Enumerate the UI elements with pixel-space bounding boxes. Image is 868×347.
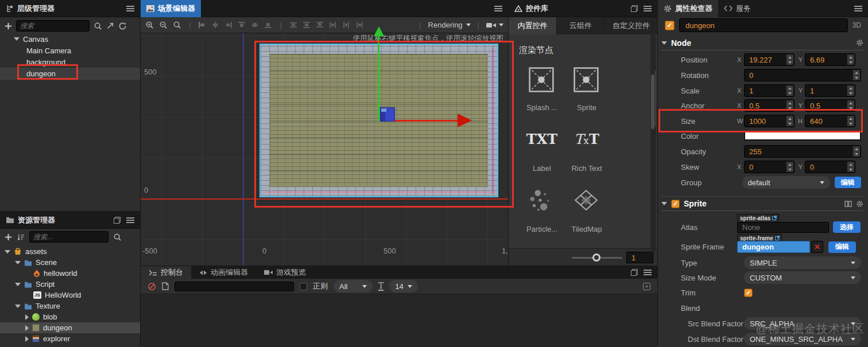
distribute-top-icon[interactable] xyxy=(289,21,297,29)
anchor-x-field[interactable]: 0.5 xyxy=(744,99,795,112)
group-dropdown[interactable]: default xyxy=(742,176,830,189)
align-middle-icon[interactable] xyxy=(251,21,259,29)
scale-x-field[interactable]: 1 xyxy=(744,84,795,97)
hierarchy-search-input[interactable] xyxy=(16,20,90,32)
sizemode-dropdown[interactable]: CUSTOM xyxy=(744,271,861,284)
hierarchy-search-icon[interactable] xyxy=(94,22,102,30)
dst-blend-dropdown[interactable]: ONE_MINUS_SRC_ALPHA xyxy=(744,333,861,345)
refresh-icon[interactable] xyxy=(118,22,127,30)
section-collapse-icon[interactable] xyxy=(661,202,667,205)
gizmo-origin-handle[interactable] xyxy=(380,107,395,122)
asset-row-helloworld-texture[interactable]: HelloWorld xyxy=(0,344,140,347)
asset-row-script-folder[interactable]: Script xyxy=(0,279,140,290)
expand-caret-icon[interactable] xyxy=(15,283,21,286)
node-name-input[interactable]: dungeon xyxy=(679,18,848,32)
label-widget-icon[interactable]: TXT xyxy=(517,131,567,147)
sprite-frame-value-field[interactable]: dungeon xyxy=(737,241,810,253)
assets-menu-icon[interactable] xyxy=(126,217,134,223)
regex-checkbox[interactable] xyxy=(300,283,307,290)
spinner[interactable] xyxy=(847,116,854,126)
spinner[interactable] xyxy=(847,85,854,96)
align-left-icon[interactable] xyxy=(198,21,206,29)
collapsed-caret-icon[interactable] xyxy=(25,325,29,331)
clear-sprite-frame-icon[interactable]: ✕ xyxy=(811,241,823,253)
tree-node-canvas[interactable]: Canvas xyxy=(0,33,140,45)
services-tab[interactable]: 服务 xyxy=(718,0,757,17)
type-dropdown[interactable]: SIMPLE xyxy=(744,256,861,269)
inspector-scrollbar-thumb[interactable] xyxy=(651,75,654,129)
asset-row-blob[interactable]: blob xyxy=(0,311,140,322)
mode-3d-label[interactable]: 3D xyxy=(852,21,861,29)
size-h-field[interactable]: 640 xyxy=(805,115,855,127)
scale-y-field[interactable]: 1 xyxy=(805,84,855,97)
expand-caret-icon[interactable] xyxy=(14,37,20,41)
scene-menu-icon[interactable] xyxy=(494,6,502,11)
gizmo-x-arrowhead[interactable] xyxy=(458,114,472,127)
add-node-icon[interactable] xyxy=(5,22,12,30)
console-log-area[interactable] xyxy=(141,294,657,347)
group-edit-button[interactable]: 编辑 xyxy=(835,177,861,188)
clear-console-icon[interactable] xyxy=(148,282,156,291)
asset-row-texture-folder[interactable]: Texture xyxy=(0,301,140,311)
opacity-field[interactable]: 255 xyxy=(744,145,861,158)
sprite-settings-gear-icon[interactable] xyxy=(856,200,863,208)
log-file-icon[interactable] xyxy=(162,282,169,290)
assets-popout-icon[interactable] xyxy=(114,217,121,224)
external-link-icon[interactable] xyxy=(775,236,779,240)
asset-row-scene[interactable]: Scene xyxy=(0,257,140,268)
sprite-section-header[interactable]: ✓ Sprite xyxy=(661,196,863,211)
spinner[interactable] xyxy=(852,146,860,157)
add-asset-icon[interactable] xyxy=(5,233,12,241)
widgets-zoom-slider[interactable] xyxy=(572,257,622,259)
tab-cloud-components[interactable]: 云组件 xyxy=(556,17,604,34)
zoom-reset-icon[interactable] xyxy=(173,21,181,29)
trim-checkbox[interactable]: ✓ xyxy=(744,288,753,297)
spinner[interactable] xyxy=(852,70,860,80)
tree-node-dungeon[interactable]: dungeon xyxy=(0,68,140,80)
spinner[interactable] xyxy=(847,100,854,111)
rendering-dropdown[interactable]: Rendering xyxy=(428,21,471,29)
scene-tab[interactable]: 场景编辑器 xyxy=(141,0,201,17)
position-x-field[interactable]: 19.227 xyxy=(744,53,795,66)
sprite-frame-edit-button[interactable]: 编辑 xyxy=(828,241,856,253)
node-section-header[interactable]: Node xyxy=(661,36,863,50)
widgets-tab[interactable]: 控件库 xyxy=(509,0,554,17)
atlas-select-button[interactable]: 选择 xyxy=(833,221,861,233)
widget-tiledmap[interactable] xyxy=(573,187,599,215)
log-level-dropdown[interactable]: All xyxy=(334,280,373,293)
node-settings-gear-icon[interactable] xyxy=(856,39,863,46)
collapse-console-icon[interactable] xyxy=(643,283,650,290)
collapsed-caret-icon[interactable] xyxy=(25,314,29,320)
external-link-icon[interactable] xyxy=(772,216,776,220)
spinner[interactable] xyxy=(786,54,793,65)
widget-particle[interactable] xyxy=(528,187,555,215)
asset-row-explorer[interactable]: explorer xyxy=(0,333,140,344)
widgets-popout-icon[interactable] xyxy=(631,5,638,12)
expand-caret-icon[interactable] xyxy=(15,261,21,264)
inspector-tab[interactable]: 属性检查器 xyxy=(658,0,718,17)
font-size-dropdown[interactable]: 14 xyxy=(389,280,418,293)
inspector-scrollbar[interactable] xyxy=(650,34,655,252)
widget-sprite[interactable] xyxy=(573,67,599,95)
tab-console[interactable]: 控制台 xyxy=(141,266,191,279)
spinner[interactable] xyxy=(847,162,854,172)
zoom-in-icon[interactable] xyxy=(145,21,154,29)
asset-row-assets[interactable]: assets xyxy=(0,246,140,257)
camera-dropdown[interactable] xyxy=(486,22,503,29)
atlas-value-field[interactable]: None xyxy=(737,222,829,233)
src-blend-dropdown[interactable]: SRC_ALPHA xyxy=(744,317,861,330)
distribute-center-icon[interactable] xyxy=(342,21,350,29)
expand-caret-icon[interactable] xyxy=(5,250,10,254)
distribute-middle-icon[interactable] xyxy=(303,21,311,29)
gizmo-y-axis[interactable] xyxy=(378,36,379,121)
asset-row-helloworld-script[interactable]: JS HelloWorld xyxy=(0,290,140,301)
richtext-widget-icon[interactable]: TxT xyxy=(561,131,612,147)
sort-assets-icon[interactable] xyxy=(17,233,25,241)
asset-row-helloworld-scene[interactable]: helloworld xyxy=(0,268,140,279)
hierarchy-menu-icon[interactable] xyxy=(126,6,134,11)
skew-y-field[interactable]: 0 xyxy=(805,161,855,173)
assets-search-input[interactable] xyxy=(29,231,108,243)
locate-node-icon[interactable] xyxy=(106,22,114,30)
spinner[interactable] xyxy=(847,54,854,65)
align-bottom-icon[interactable] xyxy=(264,21,272,29)
